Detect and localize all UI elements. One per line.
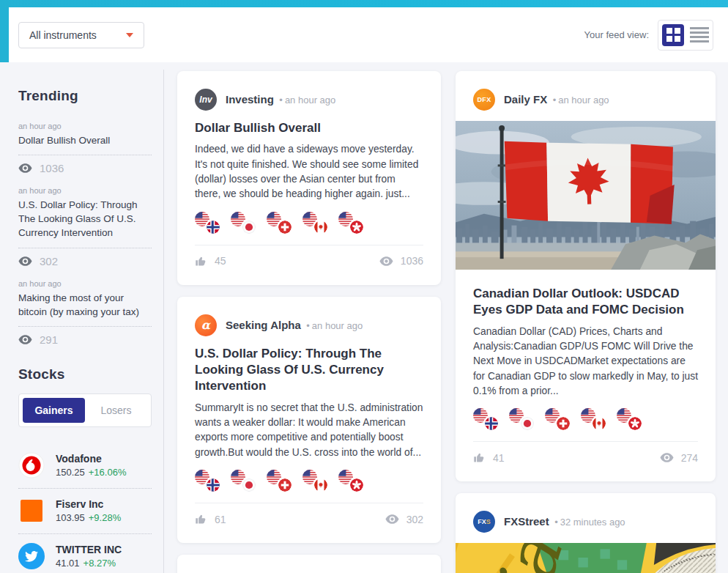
flag-pair-usd-hkd[interactable]: [338, 212, 365, 235]
stock-row-twitter[interactable]: TWITTER INC 41.01+8.27%: [18, 534, 152, 573]
stock-name: Vodafone: [56, 453, 126, 465]
like-button[interactable]: 45: [195, 255, 226, 267]
chf-flag-icon: [277, 219, 293, 235]
vodafone-logo-icon: [18, 452, 45, 478]
chf-flag-icon: [277, 477, 293, 493]
like-button[interactable]: 61: [195, 513, 226, 525]
news-card-fxstreet: FXS FXStreet •32 minutes ago: [456, 493, 716, 573]
thumbs-up-icon: [195, 255, 207, 267]
view-count: 1036: [401, 255, 423, 267]
sidebar: Trending an hour ago Dollar Bullish Over…: [18, 88, 152, 573]
flag-pair-usd-jpy[interactable]: [231, 212, 257, 235]
eye-icon: [18, 335, 32, 344]
hkd-flag-icon: [627, 415, 643, 432]
card-source[interactable]: Daily FX: [504, 93, 547, 106]
stock-price: 150.25: [56, 467, 85, 478]
list-view-icon[interactable]: [690, 24, 709, 46]
card-time: an hour ago: [312, 320, 363, 331]
jpy-flag-icon: [241, 477, 257, 493]
trending-item-title[interactable]: Making the most of your bitcoin (by maxi…: [18, 291, 152, 319]
stock-name: TWITTER INC: [56, 544, 122, 555]
cad-flag-icon: [313, 477, 329, 493]
card-body: SummaryIt is no secret that the U.S. adm…: [195, 401, 423, 460]
flag-pair-usd-jpy[interactable]: [231, 470, 257, 493]
header: All instruments Your feed view:: [9, 7, 728, 62]
instrument-filter-dropdown[interactable]: All instruments: [18, 22, 144, 48]
trending-item[interactable]: an hour ago Making the most of your bitc…: [18, 279, 152, 358]
card-body: Canadian Dollar (CAD) Prices, Charts and…: [473, 325, 698, 399]
like-count: 41: [493, 452, 505, 464]
flag-pair-usd-nok[interactable]: [195, 470, 221, 493]
trending-list: an hour ago Dollar Bullish Overall 1036 …: [18, 122, 152, 358]
article-image-canadian-flag[interactable]: [456, 121, 716, 270]
like-count: 61: [215, 514, 226, 525]
trending-heading: Trending: [18, 88, 152, 104]
flag-pair-usd-chf[interactable]: [545, 408, 571, 432]
feed-view-label: Your feed view:: [584, 29, 649, 40]
flag-pair-usd-nok[interactable]: [195, 212, 221, 235]
stock-change: +8.27%: [83, 558, 116, 569]
like-count: 45: [215, 255, 226, 267]
card-body: Indeed, we did have a sideways move yest…: [195, 142, 423, 202]
jpy-flag-icon: [519, 415, 535, 432]
flag-pair-usd-cad[interactable]: [581, 408, 607, 432]
chf-flag-icon: [555, 415, 571, 432]
instrument-flags: [195, 212, 423, 235]
chevron-down-icon: [126, 33, 133, 37]
flag-pair-usd-hkd[interactable]: [617, 408, 643, 432]
stock-row-vodafone[interactable]: Vodafone 150.25+16.06%: [18, 443, 152, 489]
fxstreet-avatar: FXS: [473, 511, 495, 533]
stocks-list: Vodafone 150.25+16.06% Fiserv Inc 103.95…: [18, 443, 152, 573]
seeking-alpha-avatar: α: [195, 314, 217, 336]
stock-change: +16.06%: [89, 467, 127, 478]
card-title[interactable]: U.S. Dollar Policy: Through The Looking …: [195, 346, 423, 395]
tab-losers[interactable]: Losers: [85, 398, 147, 423]
grid-view-icon[interactable]: [662, 24, 684, 46]
thumbs-up-icon: [195, 513, 207, 525]
view-toggle: [658, 20, 713, 51]
view-count-badge: 302: [385, 514, 423, 525]
instrument-flags: [195, 470, 423, 493]
card-title[interactable]: Canadian Dollar Outlook: USDCAD Eyes GDP…: [473, 286, 698, 319]
instrument-flags: [473, 408, 698, 432]
flag-pair-usd-cad[interactable]: [302, 470, 329, 493]
view-count-badge: 1036: [379, 255, 423, 267]
card-source[interactable]: FXStreet: [504, 515, 549, 528]
card-time: an hour ago: [558, 95, 609, 106]
view-count-badge: 274: [660, 452, 698, 464]
article-image-aud-banknote[interactable]: alia: [456, 543, 716, 573]
trending-item-time: an hour ago: [18, 122, 152, 130]
jpy-flag-icon: [241, 219, 257, 235]
eye-icon: [379, 256, 393, 266]
card-title[interactable]: Dollar Bullish Overall: [195, 120, 423, 136]
flag-pair-usd-chf[interactable]: [267, 212, 293, 235]
news-card-investing: Inv Investing •an hour ago Dollar Bullis…: [177, 71, 441, 285]
card-source[interactable]: Investing: [226, 93, 274, 106]
dailyfx-avatar: DFX: [473, 89, 495, 111]
flag-pair-usd-hkd[interactable]: [338, 470, 365, 493]
stocks-tabs: Gainers Losers: [18, 393, 152, 427]
view-count: 274: [681, 452, 698, 464]
tab-gainers[interactable]: Gainers: [23, 398, 85, 423]
flag-pair-usd-cad[interactable]: [302, 212, 329, 235]
trending-item[interactable]: an hour ago U.S. Dollar Policy: Through …: [18, 186, 152, 278]
news-card-dailyfx: DFX Daily FX •an hour ago: [456, 71, 716, 481]
trending-item[interactable]: an hour ago Dollar Bullish Overall 1036: [18, 122, 152, 186]
flag-pair-usd-chf[interactable]: [267, 470, 293, 493]
stock-row-fiserv[interactable]: Fiserv Inc 103.95+9.28%: [18, 489, 152, 534]
hkd-flag-icon: [349, 219, 365, 235]
next-card-partial: [177, 555, 441, 573]
trending-item-title[interactable]: Dollar Bullish Overall: [18, 133, 152, 147]
card-time: 32 minutes ago: [560, 517, 625, 528]
fiserv-logo-icon: [18, 498, 45, 524]
trending-item-title[interactable]: U.S. Dollar Policy: Through The Looking …: [18, 198, 152, 240]
card-source[interactable]: Seeking Alpha: [226, 319, 301, 331]
stock-price: 41.01: [56, 558, 80, 569]
flag-pair-usd-jpy[interactable]: [509, 408, 535, 432]
trending-item-views: 291: [40, 333, 58, 346]
nok-flag-icon: [205, 477, 221, 493]
stock-price: 103.95: [56, 512, 85, 523]
like-button[interactable]: 41: [473, 451, 505, 464]
flag-pair-usd-nok[interactable]: [473, 408, 499, 432]
feed-column-2: DFX Daily FX •an hour ago: [456, 71, 716, 573]
